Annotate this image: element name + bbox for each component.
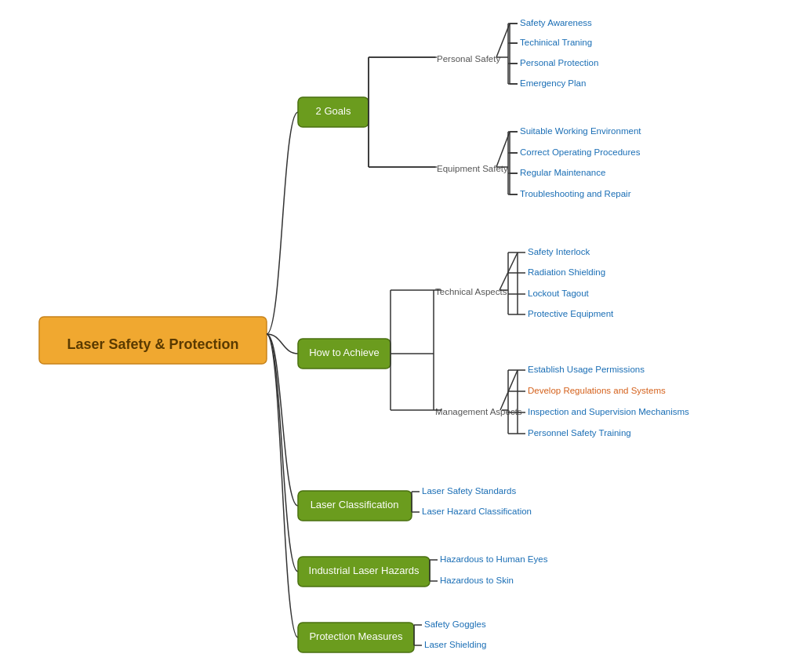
mindmap-svg: Laser Safety & Protection 2 Goals Person… (0, 0, 792, 672)
personal-safety-label: Personal Safety (437, 54, 500, 64)
leaf-correct-operating: Correct Operating Procedures (520, 147, 641, 157)
leaf-safety-goggles: Safety Goggles (424, 619, 486, 629)
leaf-laser-hazard-classification: Laser Hazard Classification (422, 507, 532, 516)
protection-measures-label: Protection Measures (309, 630, 403, 642)
leaf-regular-maintenance: Regular Maintenance (520, 168, 605, 177)
management-aspects-label: Management Aspects (435, 407, 522, 416)
leaf-technical-training: Techinical Traning (520, 38, 592, 47)
leaf-develop-regulations: Develop Regulations and Systems (528, 386, 666, 395)
leaf-establish-usage: Establish Usage Permissions (528, 365, 645, 374)
root-label: Laser Safety & Protection (67, 336, 238, 352)
leaf-troubleshooting: Troubleshooting and Repair (520, 189, 631, 198)
laser-classification-label: Laser Classification (311, 499, 399, 510)
how-to-achieve-label: How to Achieve (309, 347, 380, 358)
leaf-personal-protection: Personal Protection (520, 58, 598, 67)
industrial-hazards-label: Industrial Laser Hazards (309, 565, 420, 576)
leaf-inspection: Inspection and Supervision Mechanisms (528, 407, 689, 416)
root-to-goals-connector (267, 112, 298, 334)
leaf-radiation-shielding: Radiation Shielding (528, 267, 605, 277)
root-to-hazards-connector (267, 334, 298, 572)
leaf-hazardous-eyes: Hazardous to Human Eyes (440, 554, 548, 564)
goals-label: 2 Goals (316, 105, 351, 117)
leaf-laser-safety-standards: Laser Safety Standards (422, 486, 516, 496)
leaf-hazardous-skin: Hazardous to Skin (440, 576, 514, 585)
leaf-personnel-safety: Personnel Safety Training (528, 428, 631, 438)
leaf-suitable-working: Suitable Working Environment (520, 126, 641, 136)
leaf-emergency-plan: Emergency Plan (520, 78, 586, 88)
technical-aspects-label: Technical Aspects (435, 287, 507, 296)
leaf-laser-shielding: Laser Shielding (424, 640, 486, 649)
mgmt-top (500, 370, 518, 410)
root-to-protection-connector (267, 334, 298, 637)
leaf-safety-interlock: Safety Interlock (528, 247, 590, 256)
leaf-lockout-tagout: Lockout Tagout (528, 289, 590, 298)
leaf-protective-equipment: Protective Equipment (528, 309, 614, 318)
leaf-safety-awareness: Safety Awareness (520, 18, 592, 27)
